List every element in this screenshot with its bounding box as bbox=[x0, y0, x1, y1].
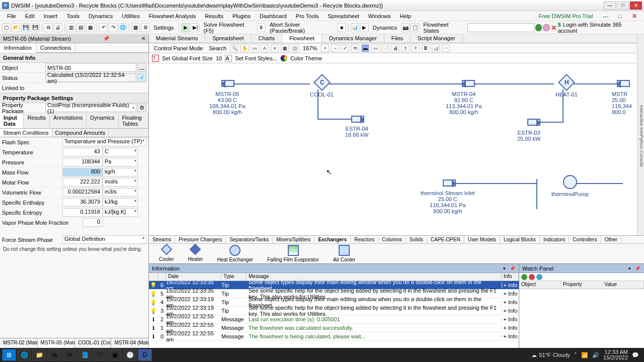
solve-button[interactable]: Solve Flowsheet (F5) bbox=[201, 21, 256, 35]
ptab-other[interactable]: Other bbox=[601, 236, 621, 243]
molflow-field[interactable]: 222.222 bbox=[62, 178, 103, 187]
estr03-arrow[interactable] bbox=[527, 119, 540, 126]
taskbar-clock[interactable]: 12:33 AM 15/2/2022 bbox=[603, 349, 628, 360]
col-icon[interactable] bbox=[149, 273, 158, 281]
status-check-icon[interactable]: ✓ bbox=[137, 73, 146, 82]
log-info-button[interactable]: Info bbox=[502, 333, 519, 339]
menu-utilities[interactable]: Utilities bbox=[118, 12, 143, 20]
set-font-size[interactable]: Set Global Font Size bbox=[162, 55, 213, 61]
save-icon[interactable]: 💾 bbox=[21, 23, 30, 32]
tab-flowsheet[interactable]: Flowsheet bbox=[282, 34, 322, 43]
menu-dashboard[interactable]: Dashboard bbox=[256, 12, 291, 20]
enth-field[interactable]: 36.3079 bbox=[62, 198, 103, 207]
estr04-arrow[interactable] bbox=[351, 116, 364, 123]
log-row[interactable]: ℹ015/2/2022 12:32:55 amMessageThe flowsh… bbox=[149, 332, 519, 341]
menu-results[interactable]: Results bbox=[201, 12, 227, 20]
tb-edge[interactable]: 🌐 bbox=[17, 349, 31, 361]
pin-icon[interactable]: 📌 bbox=[103, 36, 109, 41]
table-icon[interactable]: ▦ bbox=[131, 23, 140, 32]
pal-heater[interactable]: Heater bbox=[188, 245, 203, 262]
tab-annotations[interactable]: Annotations bbox=[50, 113, 87, 128]
dyn-play-icon[interactable]: ▶ bbox=[360, 23, 369, 32]
saveas-icon[interactable]: 💾 bbox=[31, 23, 39, 32]
block-pump[interactable]: therminolPump bbox=[551, 175, 589, 197]
col-info[interactable]: Info bbox=[502, 273, 519, 281]
entr-unit[interactable]: kJ/[kg.K] bbox=[103, 208, 138, 217]
t-icon[interactable]: T bbox=[152, 55, 159, 62]
log-info-button[interactable]: Info bbox=[502, 299, 519, 305]
load-state-icon[interactable] bbox=[543, 24, 549, 31]
block-mstr-r[interactable]: MSTR 25.00 118,344 800.0 bbox=[612, 91, 632, 115]
tab-spreadsheet[interactable]: Spreadsheet bbox=[205, 34, 251, 43]
block-mstr04[interactable]: MSTR-04 92.80 C 113,344.01 Pa 800.00 kg/… bbox=[446, 91, 482, 115]
doctab-cool01[interactable]: COOL-01 (Cooler) bbox=[75, 338, 111, 348]
menu-plugins[interactable]: Plugins bbox=[228, 12, 255, 20]
ptab-capeopen[interactable]: CAPE-OPEN bbox=[427, 236, 464, 243]
tray-up-icon[interactable]: ˄ bbox=[574, 352, 577, 358]
tab-floating-tables[interactable]: Floating Tables bbox=[119, 113, 148, 128]
copy-icon[interactable]: ⧉ bbox=[44, 23, 52, 32]
log-info-button[interactable]: Info bbox=[502, 291, 519, 297]
flowsheet-canvas[interactable]: MSTR-05 43.00 C 108,344.01 Pa 800.00 kg/… bbox=[149, 63, 644, 235]
col-message[interactable]: Message bbox=[247, 273, 502, 281]
zoom-fit-icon[interactable]: ⤢ bbox=[341, 44, 349, 52]
states-combo[interactable] bbox=[467, 23, 534, 32]
side-console-tab[interactable]: Interactive IronPython Console bbox=[637, 34, 644, 235]
more-icon[interactable]: ⋯ bbox=[442, 44, 450, 52]
log-info-button[interactable]: Info bbox=[502, 308, 519, 314]
align-icon[interactable]: ≡ bbox=[271, 44, 279, 52]
maximize-button[interactable]: □ bbox=[617, 2, 629, 10]
panel-close-icon[interactable]: ✕ bbox=[141, 36, 145, 41]
subtab-information[interactable]: Information bbox=[0, 43, 36, 53]
ptab-mixers[interactable]: Mixers/Splitters bbox=[273, 236, 314, 243]
valign-icon[interactable]: ≣ bbox=[422, 44, 430, 52]
zoom-tool-icon[interactable]: 🔍 bbox=[230, 44, 238, 52]
pan-icon[interactable]: ✋ bbox=[240, 44, 249, 52]
block-therminol-inlet[interactable]: therminol Stream Inlet 25.00 C 118,344.0… bbox=[421, 190, 475, 214]
menu-spreadsheet[interactable]: Spreadsheet bbox=[324, 12, 363, 20]
press-field[interactable]: 108344 bbox=[62, 158, 103, 166]
temp-field[interactable]: 43 bbox=[62, 148, 103, 156]
menu-insert[interactable]: Insert bbox=[40, 12, 62, 20]
halign-icon[interactable]: ⫴ bbox=[412, 44, 420, 52]
tb-av[interactable]: 🛡 bbox=[93, 349, 107, 361]
object-browse-button[interactable]: … bbox=[137, 63, 146, 72]
ptab-usermodels[interactable]: User Models bbox=[464, 236, 500, 243]
pal-heatex[interactable]: Heat Exchanger bbox=[217, 245, 253, 262]
stop-icon[interactable]: ■ bbox=[337, 23, 346, 32]
log-info-button[interactable]: Info bbox=[502, 316, 519, 322]
ptab-pressure[interactable]: Pressure Changers bbox=[175, 236, 226, 243]
menu-file[interactable]: File bbox=[3, 12, 20, 20]
color-wheel-icon[interactable] bbox=[280, 55, 287, 62]
log-info-button[interactable]: Info bbox=[502, 325, 519, 331]
block-heat01[interactable]: H HEAT-01 bbox=[555, 76, 578, 98]
tab-charts[interactable]: Charts bbox=[252, 34, 282, 43]
delete-state-icon[interactable]: ✕ bbox=[551, 24, 557, 32]
zoom-value[interactable]: 167% bbox=[301, 45, 319, 51]
tab-material-streams[interactable]: Material Streams bbox=[149, 34, 205, 43]
tab-dynamics-manager[interactable]: Dynamics Manager bbox=[322, 34, 384, 43]
info-pin-icon[interactable]: 📌 bbox=[509, 265, 516, 272]
enth-unit[interactable]: kJ/kg bbox=[103, 198, 138, 207]
tab-input-data[interactable]: Input Data bbox=[0, 113, 24, 128]
abort-button[interactable]: Abort Solver (Pause/Break) bbox=[267, 21, 337, 35]
menu-free-trial[interactable]: Free DWSIM Pro Trial bbox=[535, 12, 597, 20]
vflow-unit[interactable]: m3/s bbox=[103, 188, 138, 197]
menu-windows[interactable]: Windows bbox=[364, 12, 395, 20]
ptab-separators[interactable]: Separators/Tanks bbox=[226, 236, 273, 243]
tb-clock[interactable]: 🕐 bbox=[123, 349, 137, 361]
tb-explorer[interactable]: 📁 bbox=[32, 349, 46, 361]
menu-tools[interactable]: Tools bbox=[62, 12, 84, 20]
tb-store[interactable]: 🛍 bbox=[47, 349, 61, 361]
tb-dwsim[interactable]: D bbox=[138, 349, 152, 361]
molflow-unit[interactable]: mol/s bbox=[103, 178, 138, 187]
watch-dropdown-icon[interactable]: ▾ bbox=[626, 265, 633, 272]
doctab-mstr05[interactable]: MSTR-05 (Materi... bbox=[38, 338, 75, 348]
font-style-icon[interactable]: A bbox=[225, 55, 232, 62]
tb-mail[interactable]: ✉ bbox=[62, 349, 76, 361]
watch-add-icon[interactable] bbox=[521, 274, 527, 280]
tab-script-manager[interactable]: Script Manager bbox=[411, 34, 463, 43]
menu-pro-tools[interactable]: Pro Tools bbox=[292, 12, 323, 20]
vflow-field[interactable]: 0.000212584 bbox=[62, 188, 103, 197]
log-info-button[interactable]: Info bbox=[502, 282, 519, 288]
